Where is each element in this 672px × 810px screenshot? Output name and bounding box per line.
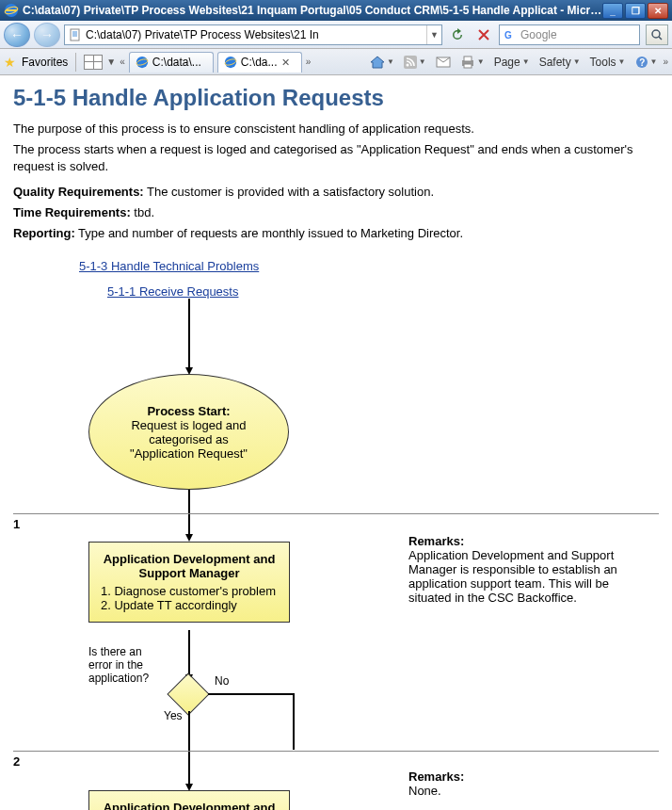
remarks-text: None. xyxy=(408,784,644,798)
refresh-button[interactable] xyxy=(446,24,469,45)
step-number-2: 2 xyxy=(13,754,20,769)
time-requirements: Time Requirements: tbd. xyxy=(13,204,659,221)
help-button[interactable]: ?▼ xyxy=(632,54,662,71)
arrowhead-icon xyxy=(185,534,193,542)
tabs-prev[interactable]: « xyxy=(120,57,125,67)
tab-close-icon[interactable]: ✕ xyxy=(281,57,290,69)
print-button[interactable]: ▼ xyxy=(456,54,488,71)
favorites-label[interactable]: Favorites xyxy=(22,56,68,69)
connector-line xyxy=(188,299,190,369)
remarks-label: Remarks: xyxy=(408,534,644,548)
navigation-bar: ← → C:\data\07) Private\TP Process Websi… xyxy=(0,21,672,49)
remarks-block-1: Remarks: Application Development and Sup… xyxy=(408,534,644,605)
mail-button[interactable] xyxy=(432,55,455,70)
process-box-1: Application Development and Support Mana… xyxy=(88,542,290,623)
decision-no: No xyxy=(215,674,229,688)
page-menu[interactable]: Page▼ xyxy=(490,54,534,71)
overflow-chevron[interactable]: » xyxy=(663,57,668,67)
page-icon xyxy=(69,28,82,41)
page-title: 5-1-5 Handle Application Requests xyxy=(13,85,659,111)
tab-0[interactable]: C:\data\... xyxy=(129,52,214,73)
mail-icon xyxy=(436,57,451,68)
feeds-button[interactable]: ▼ xyxy=(400,54,430,71)
decision-question: Is there an error in the application? xyxy=(88,645,149,685)
stop-button[interactable] xyxy=(472,24,495,45)
content-area: 5-1-5 Handle Application Requests The pu… xyxy=(0,75,672,810)
remarks-label: Remarks: xyxy=(408,770,644,784)
report-text: Type and number of requests are monthly … xyxy=(75,226,463,240)
connector-line xyxy=(208,693,293,695)
quicktabs-icon[interactable] xyxy=(84,55,103,70)
flowchart: Process Start: Request is loged and cate… xyxy=(13,299,659,810)
minimize-button[interactable]: _ xyxy=(602,3,623,19)
report-label: Reporting: xyxy=(13,226,75,240)
home-button[interactable]: ▼ xyxy=(366,54,398,71)
print-icon xyxy=(460,56,475,69)
rss-icon xyxy=(404,56,417,69)
decision-yes: Yes xyxy=(164,709,183,722)
remarks-block-2: Remarks: None. xyxy=(408,770,644,798)
help-icon: ? xyxy=(635,56,648,69)
svg-rect-15 xyxy=(464,64,472,68)
safety-menu[interactable]: Safety▼ xyxy=(536,54,584,71)
ie-icon xyxy=(4,3,19,18)
intro-line-2: The process starts when a request is log… xyxy=(13,141,659,175)
close-button[interactable]: ✕ xyxy=(648,3,668,19)
google-icon: G xyxy=(504,28,517,41)
tab-label: C:\data\... xyxy=(152,56,201,69)
quicktabs-dropdown[interactable]: ▼ xyxy=(106,57,116,67)
svg-text:G: G xyxy=(504,30,512,40)
address-bar[interactable]: C:\data\07) Private\TP Process Websites\… xyxy=(64,24,442,45)
intro-line-1: The purpose of this process is to ensure… xyxy=(13,121,659,138)
svg-rect-2 xyxy=(71,29,79,40)
svg-text:?: ? xyxy=(639,57,645,68)
home-icon xyxy=(370,56,385,69)
tab-1[interactable]: C:\da... ✕ xyxy=(217,52,302,73)
search-box[interactable]: G Google xyxy=(499,24,640,45)
connector-line xyxy=(188,630,190,677)
search-button[interactable] xyxy=(646,24,668,45)
process-box-2: Application Development and Support Mana… xyxy=(88,790,290,810)
svg-rect-14 xyxy=(464,57,472,61)
step-text: 1. Diagnose customer's problem xyxy=(101,584,281,598)
start-body-2: categorised as xyxy=(149,432,229,446)
star-icon[interactable]: ★ xyxy=(4,55,16,70)
svg-point-8 xyxy=(225,57,236,68)
quality-text: The customer is provided with a satisfac… xyxy=(144,185,434,199)
tab-bar: ★ Favorites ▼ « C:\data\... C:\da... ✕ »… xyxy=(0,49,672,75)
window-title: C:\data\07) Private\TP Process Websites\… xyxy=(23,4,602,17)
divider xyxy=(75,53,76,72)
time-label: Time Requirements: xyxy=(13,205,131,219)
step-text: 2. Update TT accordingly xyxy=(101,598,281,612)
svg-point-5 xyxy=(652,30,660,38)
start-body-1: Request is loged and xyxy=(131,418,246,432)
step-divider xyxy=(13,751,659,752)
window-titlebar: C:\data\07) Private\TP Process Websites\… xyxy=(0,0,672,21)
tabs-next[interactable]: » xyxy=(306,57,312,67)
quality-requirements: Quality Requirements: The customer is pr… xyxy=(13,184,659,201)
remarks-text: Application Development and Support Mana… xyxy=(408,548,644,605)
back-button[interactable]: ← xyxy=(4,23,30,47)
start-body-3: "Application Request" xyxy=(130,446,248,461)
svg-point-11 xyxy=(406,63,408,66)
role-label: Application Development and Support Mana… xyxy=(97,552,281,580)
link-handle-technical[interactable]: 5-1-3 Handle Technical Problems xyxy=(79,259,659,273)
time-text: tbd. xyxy=(131,205,154,219)
step-number-1: 1 xyxy=(13,517,20,531)
ie-icon xyxy=(224,56,237,69)
start-title: Process Start: xyxy=(147,404,230,418)
link-receive-requests[interactable]: 5-1-1 Receive Requests xyxy=(107,284,659,299)
address-text: C:\data\07) Private\TP Process Websites\… xyxy=(86,28,426,41)
role-label: Application Development and Support Mana… xyxy=(97,801,281,810)
connector-line xyxy=(188,711,190,786)
maximize-button[interactable]: ❐ xyxy=(625,3,646,19)
process-start-node: Process Start: Request is loged and cate… xyxy=(88,374,289,490)
connector-line xyxy=(293,693,295,750)
forward-button[interactable]: → xyxy=(34,23,60,47)
tab-label: C:\da... xyxy=(241,56,278,69)
step-divider xyxy=(13,513,659,514)
address-dropdown[interactable]: ▼ xyxy=(426,25,441,44)
tools-menu[interactable]: Tools▼ xyxy=(586,54,630,71)
reporting: Reporting: Type and number of requests a… xyxy=(13,225,659,242)
search-placeholder: Google xyxy=(520,28,557,41)
